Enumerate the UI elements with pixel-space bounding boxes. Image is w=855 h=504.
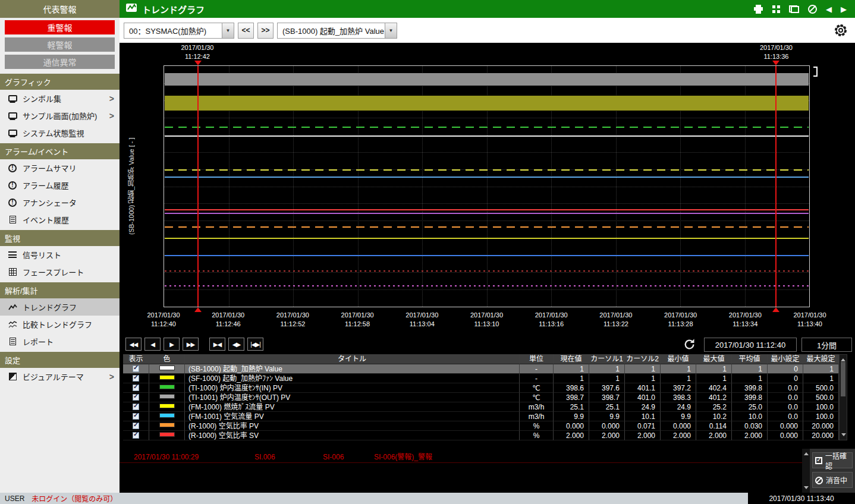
refresh-icon[interactable] (683, 338, 696, 353)
sidebar-item[interactable]: フェースプレート (0, 263, 120, 281)
visible-checkbox[interactable] (133, 404, 139, 410)
column-header[interactable]: 最大設定 (803, 354, 839, 364)
color-swatch (159, 432, 175, 437)
value-cell: 0.000 (554, 421, 589, 431)
pen-row[interactable]: (TI-1000) 炉内温度ｾﾝｻ(IN) PV℃398.6397.6401.1… (123, 383, 848, 393)
alarm-list[interactable]: 2017/01/30 11:00:29SI.006SI-006SI-006(警報… (120, 449, 802, 493)
column-header[interactable]: 表示 (123, 354, 149, 364)
color-swatch (159, 394, 175, 399)
title-bar: トレンドグラフ ◀▶ (120, 0, 855, 18)
batch-ack-button[interactable]: 一括確認 (812, 452, 853, 468)
sidebar-item[interactable]: トレンドグラフ (0, 298, 120, 316)
sidebar-item[interactable]: シンボル集> (0, 90, 120, 107)
scroll-down-icon[interactable] (804, 486, 809, 492)
sidebar-item[interactable]: !アナンシェータ (0, 194, 120, 211)
scroll-up-icon[interactable] (804, 450, 809, 455)
x-tick-label: 2017/01/3011:13:28 (664, 311, 697, 329)
time-span-display[interactable]: 1分間 (801, 338, 852, 352)
column-header[interactable]: 最大値 (696, 354, 732, 364)
sidebar-item[interactable]: イベント履歴 (0, 211, 120, 228)
sidebar-item[interactable]: 信号リスト (0, 246, 120, 263)
cursor-2[interactable] (775, 66, 777, 307)
visible-checkbox[interactable] (133, 432, 139, 439)
table-header-row: 表示色タイトル単位現在値カーソル1カーソル2最小値最大値平均値最小設定最大設定 (123, 354, 848, 364)
column-header[interactable]: 最小値 (661, 354, 696, 364)
fit-range-button[interactable]: |◀▶| (247, 338, 263, 351)
color-swatch (159, 375, 175, 380)
settings-gear-icon[interactable] (834, 23, 848, 37)
column-header[interactable]: カーソル2 (625, 354, 661, 364)
start-time-display[interactable]: 2017/01/30 11:12:40 (704, 338, 797, 352)
pen-prev-button[interactable]: << (238, 23, 254, 39)
scrollbar-thumb[interactable] (841, 362, 845, 396)
color-cell (149, 393, 185, 402)
column-header[interactable]: 現在値 (554, 354, 589, 364)
dual-monitor-icon[interactable] (789, 5, 799, 13)
alarm-entry[interactable]: 2017/01/30 11:00:29SI.006SI-006SI-006(警報… (120, 451, 802, 463)
pen-row[interactable]: (FM-1000) 燃焼ｶﾞｽ流量 PVm3/h25.125.124.924.9… (123, 402, 848, 412)
sidebar-item[interactable]: ビジュアルテーマ> (0, 368, 120, 385)
step-back-button[interactable]: ◀ (144, 338, 161, 351)
visible-checkbox[interactable] (133, 423, 139, 429)
title-cell: (R-1000) 空気比率 SV (185, 431, 520, 440)
zoom-out-button[interactable]: ◀▶ (228, 338, 244, 351)
pen-table: 表示色タイトル単位現在値カーソル1カーソル2最小値最大値平均値最小設定最大設定 … (123, 354, 848, 440)
zoom-in-button[interactable]: ▶◀ (209, 338, 225, 351)
pen-row[interactable]: (SF-1000) 起動_加熱炉ﾌｧﾝ Value-11111101 (123, 374, 848, 383)
title-cell: (SB-1000) 起動_加熱炉 Value (185, 364, 520, 374)
block-icon[interactable] (808, 5, 817, 14)
report-icon (5, 338, 20, 345)
pen-select[interactable]: (SB-1000) 起動_加熱炉 Value ▼ (277, 23, 397, 39)
table-scrollbar[interactable] (839, 354, 847, 440)
trend-plot[interactable] (164, 65, 810, 307)
pen-row[interactable]: (SB-1000) 起動_加熱炉 Value-11111101 (123, 364, 848, 374)
scroll-down-icon[interactable] (841, 433, 846, 439)
visible-checkbox[interactable] (133, 385, 139, 391)
alarm-button[interactable]: 軽警報 (5, 37, 115, 52)
column-header[interactable]: 色 (149, 354, 185, 364)
visible-checkbox[interactable] (133, 375, 139, 382)
alarm-scrollbar[interactable] (802, 449, 810, 493)
pen-row[interactable]: (TI-1001) 炉内温度ｾﾝｻ(OUT) PV℃398.7398.7401.… (123, 393, 848, 402)
cursor-1[interactable] (197, 66, 199, 307)
pen-next-button[interactable]: >> (257, 23, 274, 39)
visible-checkbox[interactable] (133, 366, 139, 372)
group-select[interactable]: 00：SYSMAC(加熱炉) ▼ (124, 23, 234, 39)
column-header[interactable]: タイトル (185, 354, 520, 364)
column-header[interactable]: 平均値 (732, 354, 768, 364)
color-swatch (159, 404, 175, 408)
fast-forward-button[interactable]: ▶▶ (183, 338, 199, 351)
sidebar-item[interactable]: システム状態監視 (0, 124, 120, 141)
column-header[interactable]: カーソル1 (589, 354, 625, 364)
column-header[interactable]: 最小設定 (768, 354, 803, 364)
monitor-icon (5, 95, 20, 102)
window-grid-icon[interactable] (772, 5, 780, 13)
sidebar-item[interactable]: 比較トレンドグラフ (0, 316, 120, 333)
section-header: グラフィック (0, 74, 120, 90)
rewind-button[interactable]: ◀◀ (125, 338, 142, 351)
visible-checkbox[interactable] (133, 394, 139, 401)
printer-icon[interactable] (753, 5, 763, 14)
pen-row[interactable]: (FM-1001) 空気流量 PVm3/h9.99.910.19.910.210… (123, 412, 848, 421)
visible-cell (123, 431, 149, 440)
mute-button[interactable]: 消音中 (812, 472, 853, 488)
title-cell: (R-1000) 空気比率 PV (185, 421, 520, 431)
scroll-up-icon[interactable] (841, 356, 845, 361)
forward-arrow-icon[interactable]: ▶ (841, 5, 847, 14)
back-arrow-icon[interactable]: ◀ (826, 5, 832, 14)
step-forward-button[interactable]: ▶ (164, 338, 180, 351)
pen-row[interactable]: (R-1000) 空気比率 SV%2.0002.0002.0002.0002.0… (123, 431, 848, 440)
user-label: USER (5, 494, 24, 503)
sidebar-item[interactable]: !アラームサマリ (0, 159, 120, 177)
column-header[interactable]: 単位 (520, 354, 554, 364)
visible-checkbox[interactable] (133, 413, 139, 420)
sidebar-item[interactable]: レポート (0, 333, 120, 350)
sidebar-item[interactable]: サンプル画面(加熱炉)> (0, 107, 120, 124)
sidebar-item-label: イベント履歴 (23, 214, 69, 225)
sidebar-item[interactable]: !アラーム履歴 (0, 177, 120, 194)
faceplate-icon (5, 268, 20, 276)
alarm-button[interactable]: 通信異常 (5, 55, 115, 69)
value-cell: 2.000 (589, 431, 625, 440)
alarm-button[interactable]: 重警報 (5, 20, 115, 34)
pen-row[interactable]: (R-1000) 空気比率 PV%0.0000.0000.0710.0000.1… (123, 421, 848, 431)
